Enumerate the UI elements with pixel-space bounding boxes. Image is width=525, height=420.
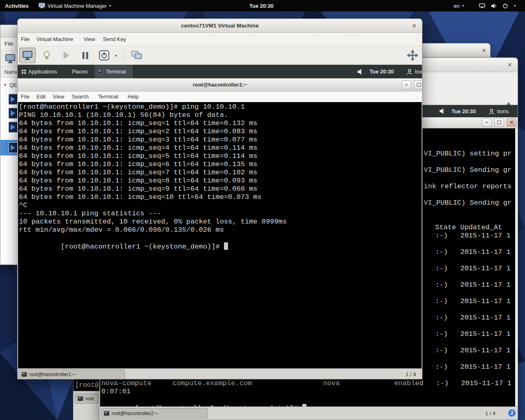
vmm-open-button[interactable]	[3, 52, 18, 65]
close-icon[interactable]: ×	[412, 22, 416, 30]
app-menu[interactable]: Virtual Machine Manager ▾	[39, 0, 111, 11]
terminal-line: 64 bytes from 10.10.10.1: icmp_seq=10 tt…	[19, 193, 287, 201]
terminal-line: 64 bytes from 10.10.10.1: icmp_seq=7 ttl…	[19, 169, 287, 177]
guest1-clock[interactable]: Tue 20:30	[370, 65, 394, 78]
guest1-terminal-screen[interactable]: [root@hacontroller1 ~(keystone_demo)]# p…	[18, 102, 422, 368]
terminal-log-line: VI_PUBLIC) Sending gr	[424, 199, 511, 207]
menu-help[interactable]: Help	[128, 91, 139, 102]
terminal-line: 64 bytes from 10.10.10.1: icmp_seq=1 ttl…	[19, 119, 287, 128]
user-menu[interactable]: boris	[406, 65, 422, 78]
service-table-row: :-) 2015-11-17 1	[435, 281, 511, 289]
minimize-icon[interactable]: –	[402, 80, 411, 89]
service-table-row: :-) 2015-11-17 1	[435, 297, 511, 306]
menu-view[interactable]: View	[53, 91, 64, 102]
user-icon	[488, 108, 495, 114]
menu-virtual-machine[interactable]: Virtual Machine	[37, 33, 73, 46]
volume-icon[interactable]	[357, 65, 363, 78]
vmm-menu-file[interactable]: File	[5, 37, 13, 50]
service-table-last-row: nova-compute compute.example.com nova en…	[101, 379, 511, 388]
background-terminal-text: [root@	[75, 381, 99, 389]
pause-button[interactable]	[78, 48, 93, 63]
menu-view[interactable]: View	[84, 33, 95, 46]
service-table-row: :-) 2015-11-17 1	[435, 248, 511, 256]
menu-search[interactable]: Search	[72, 91, 89, 102]
service-table-row: :-) 2015-11-17 1	[435, 330, 511, 338]
maximize-icon[interactable]	[414, 80, 422, 89]
applications-menu[interactable]: Applications	[22, 65, 57, 78]
guest1-window-list-button[interactable]: root@hacontroller1:~	[18, 370, 125, 379]
vm2-guest-clock[interactable]: Tue 20:30	[452, 105, 476, 117]
user-icon	[406, 68, 413, 75]
applications-icon	[22, 70, 26, 74]
vm2-window-list-button[interactable]: root@hacontroller2:~	[101, 408, 208, 418]
host-clock[interactable]: Tue 20:30	[249, 0, 274, 11]
vm2-workspace-indicator[interactable]: 1 / 4	[485, 410, 495, 416]
terminal-line: 64 bytes from 10.10.10.1: icmp_seq=4 ttl…	[19, 144, 287, 152]
vm1-window: centos71VM1 Virtual Machine × File Virtu…	[17, 18, 422, 379]
terminal-log-line: ink reflector reports	[424, 183, 511, 191]
desktop: × [root@ root ×	[0, 0, 525, 420]
play-icon	[64, 52, 69, 59]
vm1-titlebar[interactable]: centos71VM1 Virtual Machine ×	[18, 19, 422, 33]
guest1-terminal-title: root@hacontroller1:~	[193, 82, 247, 88]
terminal-line: 64 bytes from 10.10.10.1: icmp_seq=3 ttl…	[19, 136, 287, 144]
shell-prompt: [root@hacontroller2 ~(keystone_admin)]#	[101, 396, 306, 406]
vm2-notification-badge[interactable]: 2	[507, 409, 516, 418]
user-menu[interactable]: boris	[488, 105, 509, 117]
guest1-terminal-menubar: File Edit View Search Terminal Help	[18, 91, 422, 102]
service-table-header: State Updated_At	[435, 224, 502, 232]
activities-button[interactable]: Activities	[5, 0, 29, 11]
service-table-row: :-) 2015-11-17 1	[435, 232, 511, 240]
console-button[interactable]	[19, 48, 36, 63]
active-app-button[interactable]: Terminal	[94, 65, 133, 78]
volume-icon	[491, 3, 497, 9]
chevron-down-icon: ▾	[462, 4, 464, 8]
menu-send-key[interactable]: Send Key	[103, 33, 126, 46]
shutdown-button[interactable]	[96, 48, 112, 63]
terminal-line: PING 10.10.10.1 (10.10.10.1) 56(84) byte…	[19, 111, 287, 119]
places-menu[interactable]: Places	[72, 65, 88, 78]
toolbar-separator	[123, 49, 124, 62]
terminal-icon	[98, 69, 103, 74]
background-terminal-task-button[interactable]: root	[75, 394, 98, 404]
menu-file[interactable]: File	[21, 91, 30, 102]
menu-terminal[interactable]: Terminal	[98, 91, 118, 102]
volume-icon[interactable]	[439, 105, 445, 117]
system-menu[interactable]: ▾	[479, 0, 516, 11]
details-button[interactable]	[39, 48, 55, 63]
vm1-window-title: centos71VM1 Virtual Machine	[181, 23, 259, 29]
resize-arrows-icon[interactable]	[406, 49, 419, 62]
terminal-line: rtt min/avg/max/mdev = 0.066/0.098/0.135…	[19, 226, 287, 234]
menu-file[interactable]: File	[21, 33, 30, 46]
terminal-line: 10 packets transmitted, 10 received, 0% …	[19, 218, 287, 226]
run-button[interactable]	[59, 48, 74, 63]
close-icon[interactable]: ×	[507, 61, 512, 68]
pause-icon	[82, 52, 88, 59]
chevron-down-icon: ▾	[115, 53, 117, 58]
terminal-log-line: VI_PUBLIC) setting pr	[424, 150, 511, 158]
app-icon	[39, 3, 45, 9]
terminal-log-line: VI_PUBLIC) Sending gr	[424, 166, 511, 174]
vm1-menubar: File Virtual Machine View Send Key	[18, 33, 422, 46]
service-table-row: :-) 2015-11-17 1	[435, 265, 511, 273]
terminal-icon	[78, 396, 83, 401]
close-icon[interactable]: ×	[482, 47, 486, 54]
close-icon[interactable]: ×	[507, 118, 516, 127]
power-icon	[502, 3, 508, 9]
terminal-line: 64 bytes from 10.10.10.1: icmp_seq=6 ttl…	[19, 160, 287, 169]
shutdown-menu-button[interactable]: ▾	[113, 48, 119, 63]
monitor-icon	[23, 51, 32, 60]
keyboard-layout-menu[interactable]: en ▾	[454, 0, 464, 11]
guest1-workspace-indicator[interactable]: 1 / 4	[406, 371, 416, 377]
expander-icon[interactable]: ▼	[3, 83, 7, 87]
power-icon	[99, 50, 110, 61]
displays-button[interactable]	[128, 48, 145, 63]
terminal-line: --- 10.10.10.1 ping statistics ---	[19, 210, 287, 218]
service-table-row: :-) 2015-11-17 1	[435, 363, 511, 371]
terminal-line: 64 bytes from 10.10.10.1: icmp_seq=2 ttl…	[19, 128, 287, 136]
guest1-terminal-titlebar[interactable]: root@hacontroller1:~ –	[18, 78, 422, 91]
menu-edit[interactable]: Edit	[37, 91, 46, 102]
maximize-icon[interactable]	[494, 118, 504, 127]
lightbulb-icon	[43, 51, 50, 60]
minimize-icon[interactable]: –	[482, 118, 492, 127]
